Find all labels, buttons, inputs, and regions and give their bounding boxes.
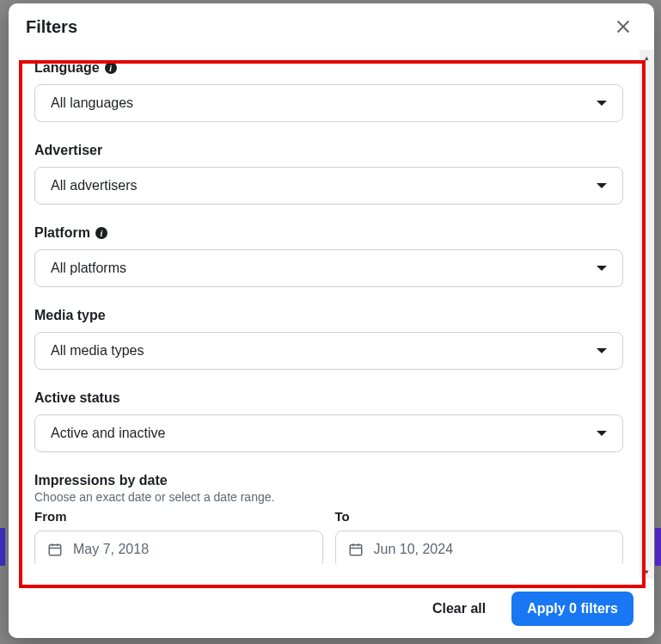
apply-filters-button[interactable]: Apply 0 filters (511, 592, 633, 626)
modal-header: Filters (9, 3, 654, 50)
field-platform: Platform i All platforms (34, 225, 623, 287)
date-to-column: To Jun 10, 2024 (335, 509, 624, 564)
chevron-down-icon (597, 101, 607, 106)
field-label-row: Impressions by date (34, 473, 623, 488)
field-media-type: Media type All media types (34, 308, 623, 370)
field-label: Impressions by date (34, 473, 168, 488)
scroll-down-arrow[interactable]: ▾ (640, 564, 654, 579)
field-language: Language i All languages (34, 60, 623, 122)
chevron-down-icon (597, 431, 607, 436)
field-subtext: Choose an exact date or select a date ra… (34, 490, 623, 504)
field-label: Platform (34, 225, 90, 241)
modal-body: Language i All languages Advertiser All … (9, 50, 654, 564)
field-label: Active status (34, 390, 120, 406)
media-type-select[interactable]: All media types (34, 332, 623, 370)
select-value: All languages (51, 95, 133, 111)
select-value: Active and inactive (51, 426, 165, 441)
active-status-select[interactable]: Active and inactive (34, 414, 623, 452)
field-label-row: Platform i (34, 225, 623, 241)
field-label-row: Media type (34, 308, 623, 323)
bg-right-purple-fragment (655, 528, 661, 566)
advertiser-select[interactable]: All advertisers (34, 167, 623, 205)
scroll-up-arrow[interactable]: ▴ (640, 50, 654, 64)
calendar-icon (47, 542, 63, 557)
close-button[interactable] (609, 13, 637, 40)
select-value: All platforms (51, 261, 126, 276)
field-label: Language (34, 60, 100, 76)
info-icon[interactable]: i (105, 62, 117, 74)
platform-select[interactable]: All platforms (34, 249, 623, 287)
bg-left-purple-button-fragment (0, 528, 5, 566)
modal-footer: Clear all Apply 0 filters (9, 579, 654, 638)
date-to-label: To (335, 509, 624, 524)
modal-title: Filters (26, 17, 77, 37)
field-label-row: Active status (34, 390, 623, 406)
info-icon[interactable]: i (95, 227, 107, 239)
chevron-down-icon (597, 183, 607, 188)
select-value: All media types (51, 343, 144, 359)
scrollbar-track[interactable]: ▴ ▾ (640, 50, 654, 579)
close-icon (614, 17, 633, 36)
field-impressions-by-date: Impressions by date Choose an exact date… (34, 473, 623, 564)
field-active-status: Active status Active and inactive (34, 390, 623, 452)
clear-all-button[interactable]: Clear all (420, 592, 498, 625)
date-from-input[interactable]: May 7, 2018 (34, 531, 323, 564)
svg-rect-2 (49, 545, 61, 555)
field-label: Media type (34, 308, 106, 323)
field-label-row: Language i (34, 60, 623, 76)
chevron-down-icon (597, 348, 607, 353)
date-from-column: From May 7, 2018 (34, 509, 323, 564)
modal-body-wrapper: ▴ ▾ Language i All languages Advertiser (9, 50, 654, 579)
language-select[interactable]: All languages (34, 84, 623, 122)
date-to-value: Jun 10, 2024 (374, 542, 454, 557)
field-label-row: Advertiser (34, 143, 623, 158)
svg-rect-6 (350, 545, 362, 555)
filters-modal: Filters ▴ ▾ Language i All languages (9, 3, 654, 638)
field-advertiser: Advertiser All advertisers (34, 143, 623, 205)
field-label: Advertiser (34, 143, 102, 158)
calendar-icon (348, 542, 364, 557)
date-from-label: From (34, 509, 323, 524)
date-range-row: From May 7, 2018 To (34, 509, 623, 564)
date-to-input[interactable]: Jun 10, 2024 (335, 531, 624, 564)
select-value: All advertisers (51, 178, 137, 193)
chevron-down-icon (597, 266, 607, 271)
date-from-value: May 7, 2018 (73, 542, 149, 557)
